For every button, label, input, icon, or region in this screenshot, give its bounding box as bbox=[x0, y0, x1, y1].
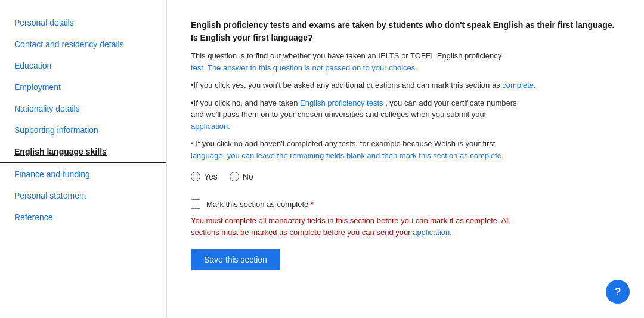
radio-no-option[interactable]: No bbox=[230, 172, 253, 181]
radio-yes-input[interactable] bbox=[191, 172, 200, 181]
radio-yes-option[interactable]: Yes bbox=[191, 172, 218, 181]
warning-text-1: You must complete all mandatory fields i… bbox=[191, 216, 510, 225]
bullet2-blue1: English proficiency tests bbox=[300, 98, 383, 107]
mark-complete-text: Mark this section as complete bbox=[206, 200, 308, 209]
sidebar-item-english-language[interactable]: English language skills bbox=[0, 141, 166, 163]
info-blue-text: test. The answer to this question is not… bbox=[191, 63, 417, 72]
mark-complete-checkbox[interactable] bbox=[191, 199, 200, 209]
sidebar-item-contact-residency[interactable]: Contact and residency details bbox=[0, 33, 166, 55]
help-button[interactable]: ? bbox=[606, 280, 630, 304]
radio-group-english-first-language: Yes No bbox=[191, 172, 620, 181]
sidebar-item-personal-details[interactable]: Personal details bbox=[0, 12, 166, 33]
bullet1-blue: complete. bbox=[502, 81, 535, 89]
checkbox-row: Mark this section as complete * bbox=[191, 199, 620, 209]
warning-text-3: . bbox=[450, 228, 452, 237]
question-heading: English proficiency tests and exams are … bbox=[191, 19, 620, 44]
radio-yes-label: Yes bbox=[204, 172, 218, 181]
sidebar-item-nationality[interactable]: Nationality details bbox=[0, 98, 166, 119]
bullet2-black1: , you can add your certificate numbers bbox=[385, 98, 516, 107]
radio-no-input[interactable] bbox=[230, 172, 239, 181]
sidebar-item-finance-funding[interactable]: Finance and funding bbox=[0, 163, 166, 185]
info-paragraph: This question is to find out whether you… bbox=[191, 50, 620, 73]
bullet3-prefix: • If you click no and haven't completed … bbox=[191, 139, 495, 148]
main-content: English proficiency tests and exams are … bbox=[167, 0, 644, 318]
sidebar-item-supporting-info[interactable]: Supporting information bbox=[0, 119, 166, 141]
warning-text: You must complete all mandatory fields i… bbox=[191, 215, 620, 238]
bullet-1: •If you click yes, you won't be asked an… bbox=[191, 79, 620, 91]
bullet-3: • If you click no and haven't completed … bbox=[191, 138, 620, 161]
mark-complete-label[interactable]: Mark this section as complete * bbox=[206, 200, 314, 209]
sidebar-item-employment[interactable]: Employment bbox=[0, 76, 166, 98]
warning-text-2: sections must be marked as complete befo… bbox=[191, 228, 411, 237]
mark-complete-section: Mark this section as complete * You must… bbox=[191, 199, 620, 238]
bullet2-blue2: application. bbox=[191, 122, 230, 131]
required-indicator: * bbox=[308, 200, 314, 209]
info-black-text: This question is to find out whether you… bbox=[191, 51, 501, 60]
radio-no-label: No bbox=[243, 172, 253, 181]
bullet-2: •If you click no, and have taken English… bbox=[191, 97, 620, 132]
sidebar: Personal details Contact and residency d… bbox=[0, 0, 167, 318]
sidebar-item-education[interactable]: Education bbox=[0, 55, 166, 76]
save-section-button[interactable]: Save this section bbox=[191, 249, 280, 270]
bullet1-text: •If you click yes, you won't be asked an… bbox=[191, 81, 500, 89]
sidebar-item-reference[interactable]: Reference bbox=[0, 206, 166, 228]
sidebar-item-personal-statement[interactable]: Personal statement bbox=[0, 185, 166, 206]
bullet2-black2: and we'll pass them on to your chosen un… bbox=[191, 110, 487, 119]
bullet3-blue: language, you can leave the remaining fi… bbox=[191, 151, 504, 160]
warning-link[interactable]: application bbox=[413, 228, 450, 237]
bullet2-prefix: •If you click no, and have taken bbox=[191, 98, 298, 107]
